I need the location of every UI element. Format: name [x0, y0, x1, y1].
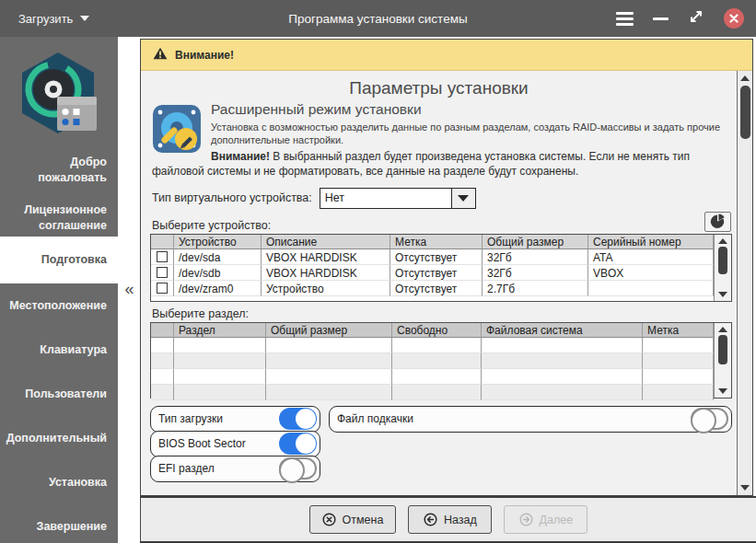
swap-file-row: Файл подкачки [329, 406, 732, 433]
sidebar: Добро пожаловать Лицензионное соглашение… [0, 37, 118, 543]
boot-type-row: Тип загрузки [150, 406, 320, 433]
scroll-down-icon[interactable] [718, 388, 727, 394]
next-button[interactable]: Далее [504, 505, 587, 534]
partition-section-header: Выберите раздел: [152, 307, 732, 320]
device-table: Устройство Описание Метка Общий размер С… [150, 234, 732, 302]
scroll-up-icon[interactable] [740, 75, 750, 81]
scroll-thumb[interactable] [718, 247, 727, 274]
scroll-down-icon[interactable] [718, 292, 727, 297]
page-title: Параметры установки [141, 78, 737, 98]
sidebar-item-installation[interactable]: Установка [0, 460, 118, 504]
scroll-thumb[interactable] [718, 335, 727, 364]
bios-boot-toggle[interactable] [279, 433, 317, 455]
boot-type-toggle[interactable] [279, 408, 317, 430]
partition-table: Раздел Общий размер Свободно Файловая си… [150, 322, 732, 399]
efi-label: EFI раздел [158, 462, 215, 475]
virtual-device-value: Нет [320, 189, 451, 208]
expand-icon[interactable] [688, 8, 704, 29]
load-menu-button[interactable]: Загрузить [18, 12, 89, 26]
pie-chart-icon [710, 214, 726, 229]
virtual-device-select[interactable]: Нет [320, 188, 476, 209]
partition-table-empty-row [151, 338, 714, 353]
content-area: Параметры установки [141, 71, 737, 495]
boot-type-label: Тип загрузки [158, 412, 223, 425]
device-row-sdb[interactable]: /dev/sdb VBOX HARDDISK Отсутствует 32Гб … [151, 265, 714, 281]
bios-boot-label: BIOS Boot Sector [158, 437, 246, 450]
load-menu-label: Загрузить [18, 12, 73, 26]
disk-usage-button[interactable] [704, 212, 731, 232]
sidebar-item-additional[interactable]: Дополнительный [0, 416, 118, 460]
main-panel: Внимание! Параметры установки [140, 39, 753, 496]
warning-triangle-icon [153, 47, 168, 63]
mode-warning: Внимание! В выбранный раздел будет произ… [152, 149, 724, 179]
partition-table-header: Раздел Общий размер Свободно Файловая си… [151, 323, 714, 338]
scroll-thumb[interactable] [740, 86, 750, 139]
sidebar-item-users[interactable]: Пользователи [0, 372, 118, 416]
minimize-icon[interactable] [653, 17, 669, 20]
menu-icon[interactable] [616, 12, 634, 26]
back-label: Назад [444, 514, 477, 526]
back-button[interactable]: Назад [408, 505, 492, 534]
next-label: Далее [540, 514, 574, 526]
partition-table-empty-row [151, 353, 714, 369]
device-row-sda[interactable]: /dev/sda VBOX HARDDISK Отсутствует 32Гб … [151, 249, 714, 265]
device-table-scrollbar[interactable] [714, 235, 731, 301]
swap-file-label: Файл подкачки [337, 412, 413, 425]
sidebar-item-welcome[interactable]: Добро пожаловать [0, 152, 118, 189]
partition-table-empty-row [151, 369, 714, 385]
partition-table-scrollbar[interactable] [714, 323, 731, 398]
chevron-down-icon [80, 16, 89, 21]
efi-row: EFI раздел [150, 456, 320, 482]
bios-boot-row: BIOS Boot Sector [150, 431, 320, 457]
device-checkbox[interactable] [157, 283, 168, 294]
sidebar-item-keyboard[interactable]: Клавиатура [0, 328, 118, 372]
warning-banner-text: Внимание! [175, 49, 234, 62]
sidebar-item-location[interactable]: Местоположение [0, 283, 118, 328]
scroll-up-icon[interactable] [718, 238, 727, 244]
virtual-device-row: Тип виртуального устройства: Нет [152, 188, 737, 209]
device-checkbox[interactable] [157, 251, 168, 262]
next-circle-icon [519, 513, 533, 526]
mode-title: Расширенный режим установки [152, 101, 724, 118]
combo-dropdown-button[interactable] [451, 189, 475, 208]
disk-edit-icon [152, 103, 202, 158]
cancel-circle-icon [322, 513, 336, 526]
boot-toggles-group: Тип загрузки BIOS Boot Sector EFI раздел [150, 406, 320, 482]
installer-window: Загрузить Программа установки системы [0, 0, 756, 543]
device-section-header: Выберите устройство: [152, 212, 732, 232]
main-scrollbar[interactable] [737, 71, 752, 495]
device-table-header: Устройство Описание Метка Общий размер С… [151, 235, 714, 249]
titlebar: Загрузить Программа установки системы [0, 0, 756, 37]
install-mode-block: Расширенный режим установки Установка с … [152, 101, 724, 179]
sidebar-item-license[interactable]: Лицензионное соглашение [0, 200, 118, 237]
footer: Отмена Назад Далее [140, 496, 756, 543]
device-checkbox[interactable] [157, 267, 168, 278]
swap-file-toggle[interactable] [691, 408, 728, 430]
scroll-down-icon[interactable] [740, 485, 750, 491]
scroll-up-icon[interactable] [718, 327, 727, 332]
device-section-label: Выберите устройство: [152, 219, 271, 232]
sidebar-item-preparation[interactable]: Подготовка [0, 237, 118, 283]
close-icon[interactable] [724, 8, 744, 29]
warning-banner: Внимание! [141, 40, 752, 71]
mode-description: Установка с возможностью разделить данны… [152, 121, 724, 147]
cancel-label: Отмена [343, 514, 384, 526]
window-controls [616, 8, 744, 29]
cancel-button[interactable]: Отмена [309, 505, 397, 534]
mode-warning-bold: Внимание! [211, 150, 270, 163]
back-circle-icon [424, 513, 437, 526]
sidebar-collapse-chevron[interactable]: « [120, 278, 139, 300]
installer-logo [0, 37, 118, 147]
chevron-down-icon [458, 195, 469, 202]
sidebar-item-finish[interactable]: Завершение [0, 504, 118, 543]
toggles-section: Тип загрузки BIOS Boot Sector EFI раздел [150, 406, 732, 482]
virtual-device-label: Тип виртуального устройства: [152, 191, 312, 204]
efi-toggle[interactable] [279, 457, 317, 479]
partition-section-label: Выберите раздел: [152, 307, 249, 320]
device-row-zram0[interactable]: /dev/zram0 Устройство Отсутствует 2.7Гб [151, 281, 714, 296]
partition-table-empty-row [151, 385, 714, 400]
